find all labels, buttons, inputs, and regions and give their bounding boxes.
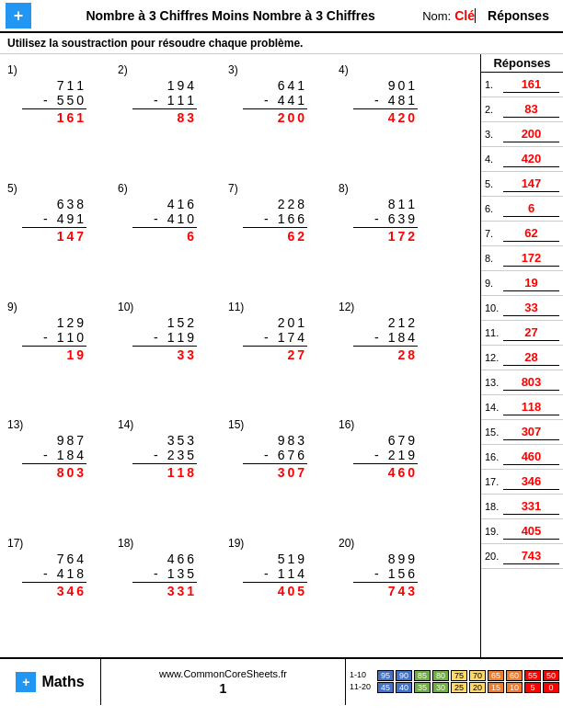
problem-top-value: 987: [57, 433, 86, 448]
response-item: 14.118: [481, 395, 563, 420]
problem-line: [243, 346, 307, 347]
problem-inner: 711- 550161: [22, 78, 86, 125]
problem-line: [132, 463, 197, 464]
problem-inner: 416- 4106: [132, 197, 197, 244]
score-box: 50: [543, 670, 559, 681]
problem-inner: 519- 114405: [243, 552, 307, 598]
problem-item: 17)764- 418346: [7, 533, 118, 644]
response-value: 331: [503, 499, 559, 515]
response-number: 8.: [485, 253, 503, 264]
problem-item: 3)641- 441200: [228, 60, 339, 171]
score-box: 60: [506, 670, 523, 681]
problem-inner: 152- 11933: [132, 315, 197, 362]
problem-number: 11): [228, 301, 244, 313]
problem-top-value: 764: [57, 552, 86, 566]
response-value: 161: [503, 77, 559, 93]
problem-number: 12): [339, 301, 354, 313]
problem-answer: 803: [57, 465, 86, 480]
response-number: 11.: [485, 327, 503, 338]
score-box: 85: [414, 670, 431, 681]
problem-top-value: 194: [167, 78, 197, 93]
problem-number: 7): [228, 182, 238, 195]
problem-sub-value: - 184: [43, 448, 86, 462]
problem-line: [243, 463, 307, 464]
problem-sub-value: - 639: [374, 211, 418, 226]
problem-inner: 638- 491147: [22, 197, 86, 244]
score-box: 25: [451, 682, 467, 693]
problem-top-value: 641: [278, 78, 307, 93]
score-box: 30: [432, 682, 449, 693]
problem-answer: 118: [167, 465, 197, 480]
problem-item: 2)194- 11183: [118, 60, 228, 171]
response-value: 28: [503, 350, 559, 366]
problem-number: 15): [228, 418, 244, 431]
problem-top-value: 152: [167, 315, 197, 330]
logo-icon: +: [6, 3, 31, 28]
response-number: 1.: [485, 79, 503, 90]
problem-answer: 405: [278, 584, 307, 598]
problem-inner: 129- 11019: [22, 315, 86, 362]
response-item: 5.147: [481, 172, 563, 197]
response-item: 10.33: [481, 296, 563, 321]
problem-top-value: 353: [167, 433, 197, 448]
problem-number: 10): [118, 301, 133, 313]
problem-number: 17): [7, 537, 23, 550]
problem-top-value: 201: [278, 315, 307, 330]
problem-item: 11)201- 17427: [228, 297, 339, 408]
response-value: 147: [503, 176, 559, 192]
problem-line: [132, 582, 197, 583]
problem-top-value: 901: [388, 78, 418, 93]
problem-line: [353, 463, 418, 464]
problem-number: 2): [118, 63, 128, 76]
problem-item: 1)711- 550161: [7, 60, 118, 171]
problem-line: [353, 108, 418, 109]
response-item: 2.83: [481, 97, 563, 122]
problem-number: 20): [339, 537, 354, 550]
problem-sub-value: - 418: [43, 566, 86, 581]
response-number: 17.: [485, 476, 503, 487]
problem-number: 9): [7, 301, 17, 313]
score-box: 20: [469, 682, 486, 693]
responses-title: Réponses: [481, 54, 563, 73]
score-row-1: 1-1095908580757065605550: [350, 670, 559, 681]
footer-page: 1: [220, 681, 227, 696]
response-item: 3.200: [481, 122, 563, 147]
response-item: 13.803: [481, 370, 563, 395]
problem-item: 8)811- 639172: [339, 178, 449, 290]
problem-number: 14): [118, 418, 133, 431]
footer-scores: 1-109590858075706560555011-2045403530252…: [345, 659, 563, 705]
problem-item: 14)353- 235118: [118, 415, 228, 526]
problem-inner: 764- 418346: [22, 552, 86, 598]
problem-answer: 172: [388, 229, 418, 244]
problem-line: [22, 227, 86, 228]
response-value: 460: [503, 449, 559, 465]
problem-sub-value: - 481: [374, 93, 418, 108]
problem-row-1: 1)711- 5501612)194- 111833)641- 4412004)…: [7, 60, 473, 171]
response-value: 200: [503, 127, 559, 142]
problem-answer: 6: [187, 229, 197, 244]
problem-line: [132, 346, 197, 347]
response-item: 9.19: [481, 271, 563, 296]
score-box: 90: [396, 670, 412, 681]
problem-sub-value: - 111: [154, 93, 197, 108]
score-box: 95: [377, 670, 394, 681]
response-item: 7.62: [481, 222, 563, 246]
problem-answer: 200: [278, 110, 307, 125]
problem-top-value: 519: [278, 552, 307, 566]
problem-inner: 194- 11183: [132, 78, 197, 125]
problem-line: [353, 582, 418, 583]
problem-item: 15)983- 676307: [228, 415, 339, 526]
problem-inner: 466- 135331: [132, 552, 197, 598]
problem-line: [243, 108, 307, 109]
problem-line: [243, 582, 307, 583]
problem-sub-value: - 119: [154, 330, 197, 345]
problem-sub-value: - 676: [264, 448, 307, 462]
score-box: 40: [396, 682, 412, 693]
problem-answer: 331: [167, 584, 197, 598]
problem-inner: 679- 219460: [353, 433, 418, 480]
response-number: 15.: [485, 427, 503, 438]
problem-row-5: 17)764- 41834618)466- 13533119)519- 1144…: [7, 533, 473, 644]
response-item: 1.161: [481, 73, 563, 97]
problem-item: 20)899- 156743: [339, 533, 449, 644]
problem-top-value: 679: [388, 433, 418, 448]
